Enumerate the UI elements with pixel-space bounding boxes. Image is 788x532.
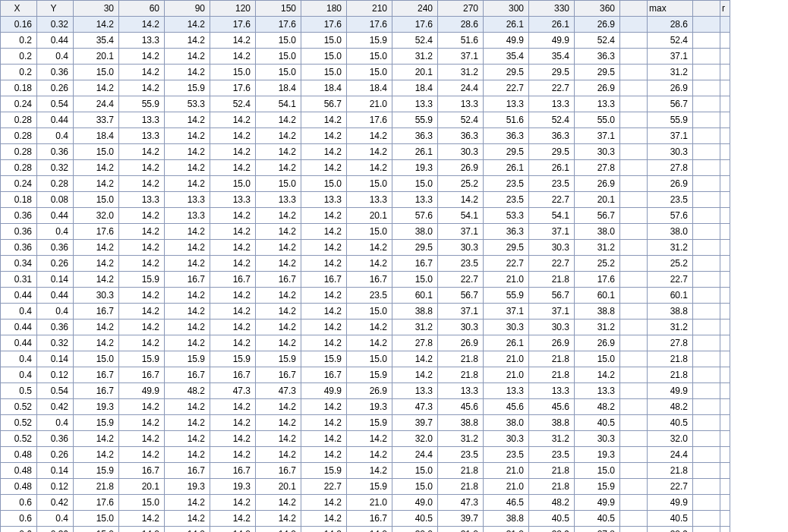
cell-d11[interactable]: 38.8 <box>575 304 620 320</box>
cell-d1[interactable]: 14.2 <box>119 224 165 240</box>
cell-x[interactable]: 0.28 <box>1 112 37 128</box>
cell-max[interactable]: 27.8 <box>648 335 693 351</box>
cell-d8[interactable]: 25.2 <box>438 176 484 192</box>
cell-x[interactable]: 0.52 <box>1 399 37 415</box>
cell-x[interactable]: 0.18 <box>1 80 37 96</box>
col-header-270[interactable]: 270 <box>438 1 484 17</box>
cell-d4[interactable]: 14.2 <box>256 128 301 144</box>
cell-d2[interactable]: 14.2 <box>165 527 210 533</box>
cell-y[interactable]: 0.44 <box>37 208 74 224</box>
cell-tail[interactable] <box>720 128 730 144</box>
cell-d10[interactable]: 13.3 <box>529 96 575 112</box>
cell-d8[interactable]: 31.2 <box>438 527 484 533</box>
cell-d10[interactable]: 37.1 <box>529 224 575 240</box>
cell-d11[interactable]: 60.1 <box>575 288 620 304</box>
cell-gap1[interactable] <box>620 176 648 192</box>
cell-d2[interactable]: 14.2 <box>165 447 210 463</box>
cell-d0[interactable]: 16.7 <box>74 304 119 320</box>
cell-d10[interactable]: 26.9 <box>529 335 575 351</box>
cell-y[interactable]: 0.54 <box>37 383 74 399</box>
cell-max[interactable]: 21.8 <box>648 463 693 479</box>
cell-d8[interactable]: 30.3 <box>438 320 484 335</box>
cell-d7[interactable]: 14.2 <box>392 351 438 367</box>
col-header-120[interactable]: 120 <box>210 1 256 17</box>
cell-d5[interactable]: 14.2 <box>301 160 347 176</box>
cell-tail[interactable] <box>720 144 730 160</box>
cell-d10[interactable]: 21.8 <box>529 351 575 367</box>
cell-gap1[interactable] <box>620 463 648 479</box>
cell-d5[interactable]: 56.7 <box>301 96 347 112</box>
col-header-240[interactable]: 240 <box>392 1 438 17</box>
cell-d10[interactable]: 21.8 <box>529 479 575 495</box>
cell-d1[interactable]: 14.2 <box>119 80 165 96</box>
cell-gap1[interactable] <box>620 495 648 511</box>
cell-d0[interactable]: 33.7 <box>74 112 119 128</box>
cell-d8[interactable]: 21.8 <box>438 479 484 495</box>
cell-d1[interactable]: 14.2 <box>119 288 165 304</box>
cell-gap2[interactable] <box>693 240 720 256</box>
data-table[interactable]: XY306090120150180210240270300330360maxr … <box>0 0 730 532</box>
cell-d8[interactable]: 47.3 <box>438 495 484 511</box>
cell-tail[interactable] <box>720 65 730 80</box>
table-row[interactable]: 0.440.4430.314.214.214.214.214.223.560.1… <box>1 288 730 304</box>
table-row[interactable]: 0.60.4217.615.014.214.214.214.221.049.04… <box>1 495 730 511</box>
cell-d11[interactable]: 15.0 <box>575 463 620 479</box>
cell-d3[interactable]: 14.2 <box>210 128 256 144</box>
cell-tail[interactable] <box>720 160 730 176</box>
cell-d7[interactable]: 17.6 <box>392 17 438 33</box>
cell-d0[interactable]: 20.1 <box>74 49 119 65</box>
cell-d9[interactable]: 31.2 <box>484 527 529 533</box>
table-row[interactable]: 0.50.5416.749.948.247.347.349.926.913.31… <box>1 383 730 399</box>
cell-d5[interactable]: 14.2 <box>301 415 347 431</box>
cell-d8[interactable]: 13.3 <box>438 383 484 399</box>
col-header-330[interactable]: 330 <box>529 1 575 17</box>
cell-d2[interactable]: 14.2 <box>165 240 210 256</box>
cell-d5[interactable]: 14.2 <box>301 128 347 144</box>
cell-max[interactable]: 25.2 <box>648 256 693 272</box>
cell-gap2[interactable] <box>693 399 720 415</box>
cell-d9[interactable]: 36.3 <box>484 128 529 144</box>
cell-d8[interactable]: 21.8 <box>438 463 484 479</box>
cell-d5[interactable]: 14.2 <box>301 527 347 533</box>
cell-x[interactable]: 0.44 <box>1 335 37 351</box>
cell-d1[interactable]: 14.2 <box>119 256 165 272</box>
cell-d3[interactable]: 14.2 <box>210 144 256 160</box>
cell-y[interactable]: 0.44 <box>37 33 74 49</box>
cell-y[interactable]: 0.42 <box>37 399 74 415</box>
cell-d5[interactable]: 49.9 <box>301 383 347 399</box>
cell-d7[interactable]: 55.9 <box>392 112 438 128</box>
cell-d3[interactable]: 16.7 <box>210 463 256 479</box>
cell-y[interactable]: 0.44 <box>37 288 74 304</box>
cell-d11[interactable]: 38.0 <box>575 224 620 240</box>
cell-gap1[interactable] <box>620 447 648 463</box>
cell-d2[interactable]: 14.2 <box>165 320 210 335</box>
cell-max[interactable]: 38.8 <box>648 304 693 320</box>
cell-d0[interactable]: 14.2 <box>74 431 119 447</box>
cell-y[interactable]: 0.32 <box>37 160 74 176</box>
cell-d0[interactable]: 15.0 <box>74 351 119 367</box>
cell-d9[interactable]: 51.6 <box>484 112 529 128</box>
col-header-tail[interactable]: r <box>720 1 730 17</box>
cell-d7[interactable]: 49.0 <box>392 495 438 511</box>
cell-x[interactable]: 0.36 <box>1 240 37 256</box>
cell-x[interactable]: 0.44 <box>1 320 37 335</box>
cell-d5[interactable]: 14.2 <box>301 495 347 511</box>
cell-d11[interactable]: 36.3 <box>575 49 620 65</box>
cell-d9[interactable]: 26.1 <box>484 335 529 351</box>
cell-d5[interactable]: 15.0 <box>301 176 347 192</box>
cell-d5[interactable]: 14.2 <box>301 288 347 304</box>
cell-y[interactable]: 0.36 <box>37 431 74 447</box>
table-row[interactable]: 0.310.1414.215.916.716.716.716.716.715.0… <box>1 272 730 288</box>
cell-d1[interactable]: 55.9 <box>119 96 165 112</box>
cell-d0[interactable]: 14.2 <box>74 17 119 33</box>
cell-d2[interactable]: 16.7 <box>165 367 210 383</box>
col-header-300[interactable]: 300 <box>484 1 529 17</box>
cell-x[interactable]: 0.16 <box>1 17 37 33</box>
cell-d10[interactable]: 48.2 <box>529 495 575 511</box>
cell-d3[interactable]: 14.2 <box>210 415 256 431</box>
cell-d4[interactable]: 18.4 <box>256 80 301 96</box>
cell-d1[interactable]: 14.2 <box>119 176 165 192</box>
cell-max[interactable]: 40.5 <box>648 511 693 527</box>
table-row[interactable]: 0.280.4433.713.314.214.214.214.217.655.9… <box>1 112 730 128</box>
cell-gap1[interactable] <box>620 511 648 527</box>
